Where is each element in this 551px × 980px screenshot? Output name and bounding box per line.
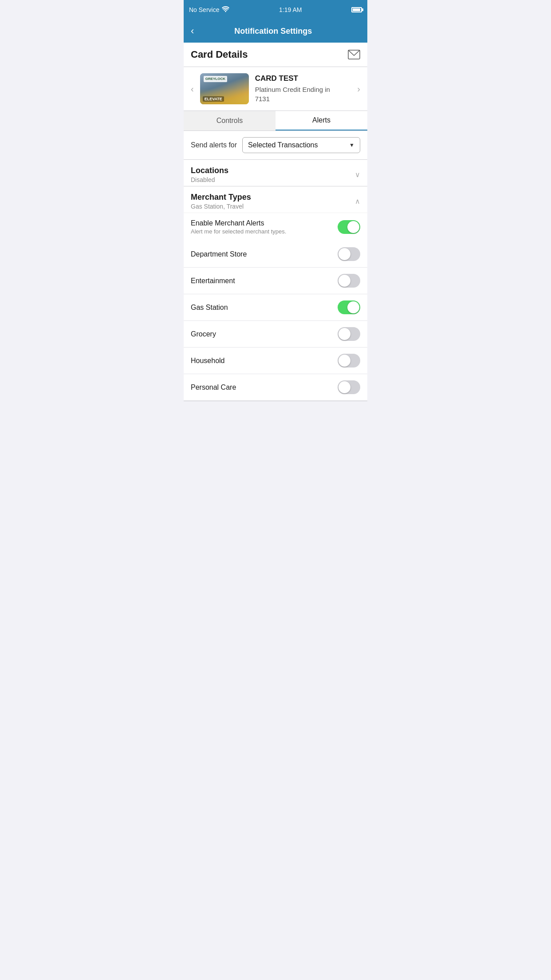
entertainment-toggle[interactable] (338, 274, 360, 288)
card-sub-label: ELEVATE (203, 96, 224, 102)
card-logo: GREYLOCK (204, 76, 227, 82)
card-row: ‹ GREYLOCK ELEVATE CARD TEST Platinum Cr… (184, 67, 367, 111)
merchant-row: Gas Station (184, 294, 367, 321)
card-details-header: Card Details (184, 43, 367, 67)
merchant-types-header-text: Merchant Types Gas Station, Travel (191, 193, 251, 210)
locations-section: Locations Disabled ∨ (184, 160, 367, 186)
toggle-knob (347, 221, 359, 233)
nav-bar: ‹ Notification Settings (184, 20, 367, 43)
tab-controls[interactable]: Controls (184, 111, 276, 130)
merchant-row: Entertainment (184, 268, 367, 294)
gas-station-label: Gas Station (191, 304, 228, 312)
personal-care-toggle[interactable] (338, 380, 360, 394)
merchant-types-status: Gas Station, Travel (191, 203, 251, 210)
card-details-title: Card Details (191, 49, 248, 60)
locations-header-text: Locations Disabled (191, 166, 228, 183)
household-label: Household (191, 357, 225, 365)
department-store-toggle[interactable] (338, 247, 360, 261)
card-next-button[interactable]: › (357, 84, 360, 94)
card-info: CARD TEST Platinum Credit Ending in 7131 (255, 74, 351, 103)
battery-icon (351, 7, 362, 12)
locations-title: Locations (191, 166, 228, 175)
locations-chevron-down-icon: ∨ (355, 170, 360, 179)
merchant-row: Personal Care (184, 374, 367, 401)
merchant-types-chevron-up-icon: ∧ (355, 197, 360, 205)
chevron-down-icon: ▼ (349, 142, 354, 148)
card-name: CARD TEST (255, 74, 351, 83)
merchant-row: Grocery (184, 321, 367, 348)
card-image: GREYLOCK ELEVATE (200, 73, 249, 104)
mail-icon[interactable] (348, 50, 360, 59)
locations-section-header[interactable]: Locations Disabled ∨ (184, 160, 367, 186)
no-service-text: No Service (189, 6, 219, 13)
merchant-types-section: Merchant Types Gas Station, Travel ∧ Ena… (184, 186, 367, 401)
wifi-icon (222, 6, 229, 13)
merchant-types-section-header[interactable]: Merchant Types Gas Station, Travel ∧ (184, 186, 367, 213)
tab-alerts[interactable]: Alerts (276, 111, 367, 130)
status-bar: No Service 1:19 AM (184, 0, 367, 20)
household-toggle[interactable] (338, 354, 360, 368)
merchant-types-title: Merchant Types (191, 193, 251, 202)
department-store-label: Department Store (191, 250, 247, 258)
card-prev-button[interactable]: ‹ (191, 84, 194, 94)
merchant-row: Department Store (184, 241, 367, 268)
enable-merchant-alerts-sublabel: Alert me for selected merchant types. (191, 228, 332, 235)
back-button[interactable]: ‹ (191, 26, 194, 36)
enable-merchant-alerts-row: Enable Merchant Alerts Alert me for sele… (184, 213, 367, 241)
enable-merchant-alerts-label: Enable Merchant Alerts (191, 219, 332, 227)
status-left: No Service (189, 6, 229, 13)
card-type: Platinum Credit Ending in 7131 (255, 85, 351, 103)
locations-status: Disabled (191, 176, 228, 183)
gas-station-toggle[interactable] (338, 300, 360, 314)
grocery-label: Grocery (191, 330, 216, 338)
tabs-container: Controls Alerts (184, 111, 367, 131)
page-title: Notification Settings (199, 27, 347, 36)
status-right (351, 7, 362, 12)
grocery-toggle[interactable] (338, 327, 360, 341)
send-alerts-label: Send alerts for (191, 141, 237, 149)
send-alerts-row: Send alerts for Selected Transactions ▼ (184, 131, 367, 160)
enable-merchant-alerts-toggle[interactable] (338, 220, 360, 234)
entertainment-label: Entertainment (191, 277, 235, 285)
transaction-type-dropdown[interactable]: Selected Transactions ▼ (242, 137, 360, 153)
merchant-row: Household (184, 348, 367, 374)
personal-care-label: Personal Care (191, 383, 236, 391)
dropdown-value: Selected Transactions (248, 141, 318, 149)
time-display: 1:19 AM (279, 6, 302, 13)
